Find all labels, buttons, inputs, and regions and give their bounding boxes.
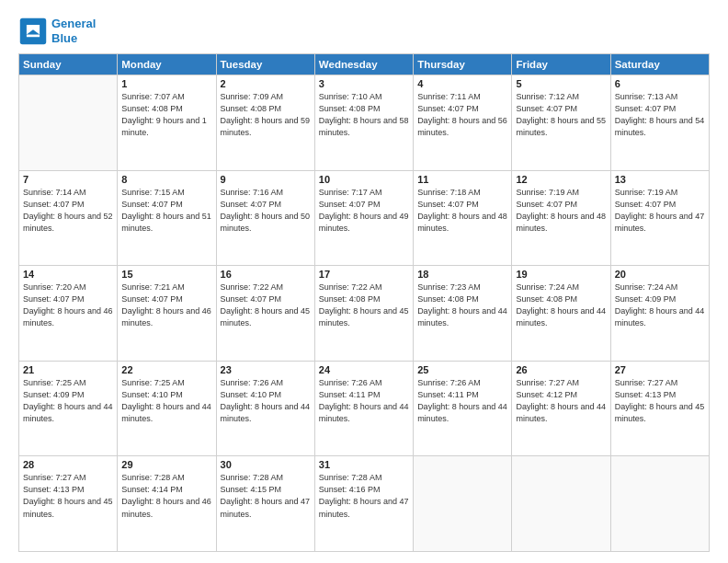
weekday-header-thursday: Thursday (414, 54, 512, 75)
weekday-header-monday: Monday (118, 54, 216, 75)
day-number: 12 (516, 174, 606, 185)
calendar-cell: 1Sunrise: 7:07 AMSunset: 4:08 PMDaylight… (118, 75, 216, 171)
day-info: Sunrise: 7:12 AMSunset: 4:07 PMDaylight:… (516, 91, 606, 139)
day-info: Sunrise: 7:15 AMSunset: 4:07 PMDaylight:… (121, 187, 211, 235)
day-info: Sunrise: 7:26 AMSunset: 4:11 PMDaylight:… (319, 377, 409, 425)
weekday-header-wednesday: Wednesday (314, 54, 413, 75)
calendar-cell: 16Sunrise: 7:22 AMSunset: 4:07 PMDayligh… (216, 266, 314, 362)
calendar-cell (19, 75, 118, 171)
day-info: Sunrise: 7:26 AMSunset: 4:11 PMDaylight:… (417, 377, 507, 425)
calendar-cell: 17Sunrise: 7:22 AMSunset: 4:08 PMDayligh… (314, 266, 413, 362)
logo-line2: Blue (51, 31, 77, 45)
day-info: Sunrise: 7:28 AMSunset: 4:16 PMDaylight:… (319, 472, 409, 520)
day-info: Sunrise: 7:28 AMSunset: 4:15 PMDaylight:… (221, 472, 311, 520)
day-number: 4 (417, 78, 507, 89)
day-info: Sunrise: 7:27 AMSunset: 4:13 PMDaylight:… (23, 472, 113, 520)
header: General Blue (18, 17, 710, 46)
day-info: Sunrise: 7:23 AMSunset: 4:08 PMDaylight:… (417, 282, 507, 329)
day-info: Sunrise: 7:11 AMSunset: 4:07 PMDaylight:… (417, 91, 507, 139)
calendar-cell: 24Sunrise: 7:26 AMSunset: 4:11 PMDayligh… (314, 361, 413, 456)
calendar-cell: 13Sunrise: 7:19 AMSunset: 4:07 PMDayligh… (610, 170, 709, 266)
calendar-cell: 21Sunrise: 7:25 AMSunset: 4:09 PMDayligh… (19, 361, 118, 456)
day-number: 26 (516, 364, 606, 375)
day-number: 16 (221, 269, 311, 280)
day-info: Sunrise: 7:13 AMSunset: 4:07 PMDaylight:… (615, 91, 705, 139)
calendar-cell: 6Sunrise: 7:13 AMSunset: 4:07 PMDaylight… (610, 75, 709, 171)
day-number: 10 (319, 174, 409, 185)
day-number: 22 (121, 364, 211, 375)
logo-icon (18, 17, 48, 46)
day-number: 21 (23, 364, 113, 375)
day-info: Sunrise: 7:27 AMSunset: 4:12 PMDaylight:… (516, 377, 606, 425)
day-number: 24 (319, 364, 409, 375)
day-info: Sunrise: 7:25 AMSunset: 4:10 PMDaylight:… (121, 377, 211, 425)
day-info: Sunrise: 7:18 AMSunset: 4:07 PMDaylight:… (417, 187, 507, 235)
day-info: Sunrise: 7:14 AMSunset: 4:07 PMDaylight:… (23, 187, 113, 235)
calendar-cell: 27Sunrise: 7:27 AMSunset: 4:13 PMDayligh… (610, 361, 709, 456)
calendar-cell: 31Sunrise: 7:28 AMSunset: 4:16 PMDayligh… (314, 456, 413, 552)
weekday-header-tuesday: Tuesday (216, 54, 314, 75)
calendar-cell: 12Sunrise: 7:19 AMSunset: 4:07 PMDayligh… (512, 170, 610, 266)
day-info: Sunrise: 7:09 AMSunset: 4:08 PMDaylight:… (221, 91, 311, 139)
day-info: Sunrise: 7:27 AMSunset: 4:13 PMDaylight:… (615, 377, 705, 425)
calendar-cell: 23Sunrise: 7:26 AMSunset: 4:10 PMDayligh… (216, 361, 314, 456)
calendar-cell: 2Sunrise: 7:09 AMSunset: 4:08 PMDaylight… (216, 75, 314, 171)
logo: General Blue (18, 17, 96, 46)
calendar-cell: 20Sunrise: 7:24 AMSunset: 4:09 PMDayligh… (610, 266, 709, 362)
day-number: 30 (221, 459, 311, 470)
page: General Blue SundayMondayTuesdayWednesda… (0, 0, 728, 563)
day-number: 14 (23, 269, 113, 280)
weekday-header-friday: Friday (512, 54, 610, 75)
calendar-week-3: 14Sunrise: 7:20 AMSunset: 4:07 PMDayligh… (19, 266, 710, 362)
day-number: 7 (23, 174, 113, 185)
day-info: Sunrise: 7:20 AMSunset: 4:07 PMDaylight:… (23, 282, 113, 329)
day-info: Sunrise: 7:17 AMSunset: 4:07 PMDaylight:… (319, 187, 409, 235)
day-info: Sunrise: 7:10 AMSunset: 4:08 PMDaylight:… (319, 91, 409, 139)
day-number: 8 (121, 174, 211, 185)
day-number: 15 (121, 269, 211, 280)
calendar-table: SundayMondayTuesdayWednesdayThursdayFrid… (18, 53, 710, 552)
day-number: 9 (221, 174, 311, 185)
day-number: 3 (319, 78, 409, 89)
day-info: Sunrise: 7:07 AMSunset: 4:08 PMDaylight:… (121, 91, 211, 139)
day-number: 28 (23, 459, 113, 470)
weekday-header-sunday: Sunday (19, 54, 118, 75)
day-info: Sunrise: 7:24 AMSunset: 4:08 PMDaylight:… (516, 282, 606, 329)
day-info: Sunrise: 7:26 AMSunset: 4:10 PMDaylight:… (221, 377, 311, 425)
calendar-cell: 29Sunrise: 7:28 AMSunset: 4:14 PMDayligh… (118, 456, 216, 552)
calendar-cell: 8Sunrise: 7:15 AMSunset: 4:07 PMDaylight… (118, 170, 216, 266)
weekday-header-row: SundayMondayTuesdayWednesdayThursdayFrid… (19, 54, 710, 75)
day-number: 17 (319, 269, 409, 280)
calendar-cell (414, 456, 512, 552)
calendar-cell: 28Sunrise: 7:27 AMSunset: 4:13 PMDayligh… (19, 456, 118, 552)
day-number: 25 (417, 364, 507, 375)
weekday-header-saturday: Saturday (610, 54, 709, 75)
calendar-cell: 19Sunrise: 7:24 AMSunset: 4:08 PMDayligh… (512, 266, 610, 362)
calendar-cell: 7Sunrise: 7:14 AMSunset: 4:07 PMDaylight… (19, 170, 118, 266)
logo-text: General Blue (51, 17, 96, 45)
calendar-cell: 9Sunrise: 7:16 AMSunset: 4:07 PMDaylight… (216, 170, 314, 266)
day-info: Sunrise: 7:21 AMSunset: 4:07 PMDaylight:… (121, 282, 211, 329)
day-number: 19 (516, 269, 606, 280)
calendar-cell: 5Sunrise: 7:12 AMSunset: 4:07 PMDaylight… (512, 75, 610, 171)
day-info: Sunrise: 7:25 AMSunset: 4:09 PMDaylight:… (23, 377, 113, 425)
calendar-week-1: 1Sunrise: 7:07 AMSunset: 4:08 PMDaylight… (19, 75, 710, 171)
day-number: 13 (615, 174, 705, 185)
day-info: Sunrise: 7:28 AMSunset: 4:14 PMDaylight:… (121, 472, 211, 520)
day-number: 23 (221, 364, 311, 375)
day-number: 20 (615, 269, 705, 280)
day-info: Sunrise: 7:24 AMSunset: 4:09 PMDaylight:… (615, 282, 705, 329)
day-number: 31 (319, 459, 409, 470)
day-number: 27 (615, 364, 705, 375)
day-info: Sunrise: 7:22 AMSunset: 4:08 PMDaylight:… (319, 282, 409, 329)
day-info: Sunrise: 7:22 AMSunset: 4:07 PMDaylight:… (221, 282, 311, 329)
day-number: 5 (516, 78, 606, 89)
calendar-cell: 22Sunrise: 7:25 AMSunset: 4:10 PMDayligh… (118, 361, 216, 456)
day-number: 1 (121, 78, 211, 89)
day-number: 2 (221, 78, 311, 89)
calendar-cell: 10Sunrise: 7:17 AMSunset: 4:07 PMDayligh… (314, 170, 413, 266)
day-info: Sunrise: 7:19 AMSunset: 4:07 PMDaylight:… (615, 187, 705, 235)
day-number: 11 (417, 174, 507, 185)
logo-line1: General (51, 17, 96, 30)
calendar-cell: 14Sunrise: 7:20 AMSunset: 4:07 PMDayligh… (19, 266, 118, 362)
